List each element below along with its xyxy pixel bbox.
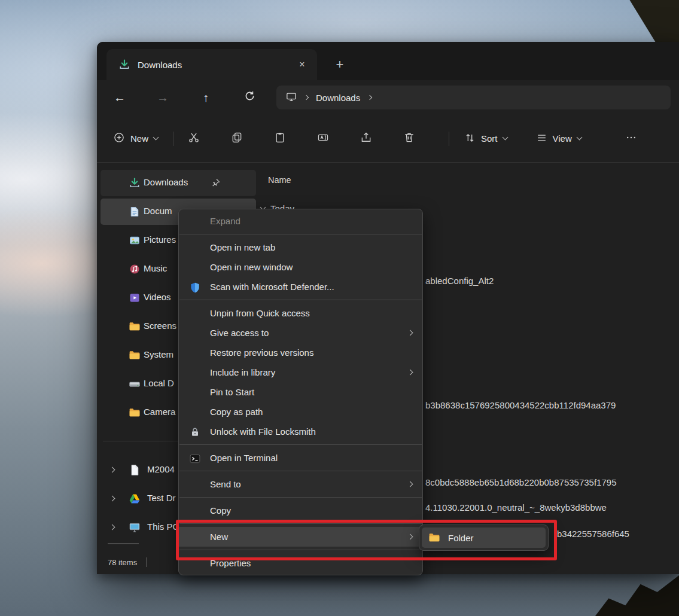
menu-item-pin-to-start[interactable]: Pin to Start [179, 382, 422, 402]
new-submenu: Folder [419, 524, 549, 551]
ellipsis-icon [625, 132, 637, 145]
tab-strip: Downloads × + [97, 42, 679, 80]
toolbar-divider [449, 132, 449, 146]
chevron-right-icon[interactable] [304, 95, 309, 100]
toolbar-divider [173, 132, 173, 146]
share-button[interactable] [354, 128, 378, 150]
file-name-fragment[interactable]: abledConfig_Alt2 [425, 276, 494, 286]
pin-icon [211, 178, 221, 190]
file-name-fragment[interactable]: b3b8638c1576925800434522cbb112fd94aa379 [425, 400, 616, 410]
column-header-name[interactable]: Name [268, 175, 291, 185]
cut-icon [188, 132, 200, 145]
file-name-fragment[interactable]: 4.11030.22001.0_neutral_~_8wekyb3d8bbwe [425, 502, 607, 513]
rename-icon [317, 132, 329, 145]
navigation-bar: ← → ↑ Downloads [97, 80, 679, 115]
chevron-right-icon[interactable] [109, 524, 115, 530]
chevron-right-icon[interactable] [367, 95, 372, 100]
menu-item-expand[interactable]: Expand [179, 211, 422, 231]
tab-close-button[interactable]: × [293, 56, 311, 74]
chevron-right-icon[interactable] [109, 467, 115, 473]
menu-item-include-library[interactable]: Include in library [179, 362, 422, 382]
menu-item-give-access[interactable]: Give access to [179, 323, 422, 343]
sidebar-item-downloads[interactable]: Downloads [101, 170, 256, 196]
menu-item-copy-as-path[interactable]: Copy as path [179, 402, 422, 422]
share-icon [360, 132, 372, 145]
file-name-fragment[interactable]: 8c0bdc5888eb65b1d68b220b0b87535735f1795 [425, 477, 617, 487]
address-bar[interactable]: Downloads [276, 86, 671, 109]
menu-item-properties[interactable]: Properties [179, 553, 422, 573]
breadcrumb-downloads[interactable]: Downloads [316, 93, 360, 103]
music-icon [129, 263, 141, 275]
menu-item-restore-versions[interactable]: Restore previous versions [179, 343, 422, 362]
lock-icon [189, 425, 201, 437]
menu-separator [179, 550, 422, 550]
paste-button[interactable] [268, 128, 292, 150]
refresh-button[interactable] [236, 86, 263, 109]
delete-icon [403, 132, 415, 145]
sort-button[interactable]: Sort [458, 128, 514, 150]
menu-item-open-terminal[interactable]: Open in Terminal [179, 448, 422, 468]
rename-button[interactable] [311, 128, 335, 150]
item-count: 78 items [108, 558, 137, 567]
downloads-icon [118, 59, 130, 71]
delete-button[interactable] [397, 128, 421, 150]
chevron-right-icon [407, 370, 413, 376]
folder-icon [129, 407, 141, 419]
close-icon: × [299, 59, 305, 70]
menu-item-copy[interactable]: Copy [179, 501, 422, 520]
new-button[interactable]: New [106, 128, 165, 150]
back-icon: ← [114, 91, 126, 105]
menu-separator [179, 497, 422, 498]
copy-button[interactable] [225, 128, 249, 150]
menu-item-open-new-window[interactable]: Open in new window [179, 257, 422, 277]
chevron-down-icon [502, 135, 508, 141]
menu-separator [179, 300, 422, 300]
menu-separator [179, 444, 422, 445]
chevron-down-icon [576, 135, 582, 141]
forward-icon: → [157, 91, 169, 105]
document-icon [129, 464, 141, 476]
documents-icon [129, 206, 141, 218]
cut-button[interactable] [182, 128, 206, 150]
folder-icon [428, 532, 440, 544]
menu-separator [179, 523, 422, 524]
back-button[interactable]: ← [106, 86, 133, 109]
pictures-icon [129, 234, 141, 246]
new-item-icon [113, 132, 125, 145]
menu-item-open-new-tab[interactable]: Open in new tab [179, 237, 422, 257]
plus-icon: + [336, 57, 344, 72]
forward-button[interactable]: → [150, 86, 176, 109]
submenu-item-folder[interactable]: Folder [422, 527, 546, 548]
view-button[interactable]: View [529, 128, 588, 150]
menu-item-scan-defender[interactable]: Scan with Microsoft Defender... [179, 277, 422, 297]
disk-icon [129, 378, 141, 390]
up-icon: ↑ [203, 91, 209, 105]
chevron-right-icon [407, 330, 413, 336]
refresh-icon [244, 90, 255, 105]
chevron-right-icon[interactable] [109, 496, 115, 502]
terminal-icon [189, 452, 201, 463]
drive-icon [129, 493, 141, 505]
more-options-button[interactable] [619, 128, 643, 150]
menu-item-unlock-locksmith[interactable]: Unlock with File Locksmith [179, 422, 422, 441]
tab-downloads[interactable]: Downloads × [106, 49, 317, 80]
new-tab-button[interactable]: + [330, 55, 349, 74]
new-button-label: New [130, 133, 148, 144]
menu-separator [179, 471, 422, 471]
menu-item-unpin-quick-access[interactable]: Unpin from Quick access [179, 303, 422, 323]
tab-title: Downloads [138, 60, 182, 70]
file-name-fragment[interactable]: b3422557586f645 [557, 529, 629, 539]
paste-icon [274, 132, 286, 145]
this-pc-icon [286, 92, 297, 104]
folder-icon [129, 349, 141, 361]
downloads-icon [129, 177, 141, 189]
chevron-down-icon [153, 135, 159, 141]
folder-icon [129, 321, 141, 333]
view-button-label: View [553, 133, 572, 144]
desktop: Downloads × + ← → ↑ [0, 0, 679, 616]
statusbar-divider [147, 557, 147, 567]
menu-item-send-to[interactable]: Send to [179, 474, 422, 494]
view-icon [536, 132, 547, 145]
up-button[interactable]: ↑ [193, 86, 219, 109]
menu-item-new[interactable]: New [179, 527, 422, 547]
